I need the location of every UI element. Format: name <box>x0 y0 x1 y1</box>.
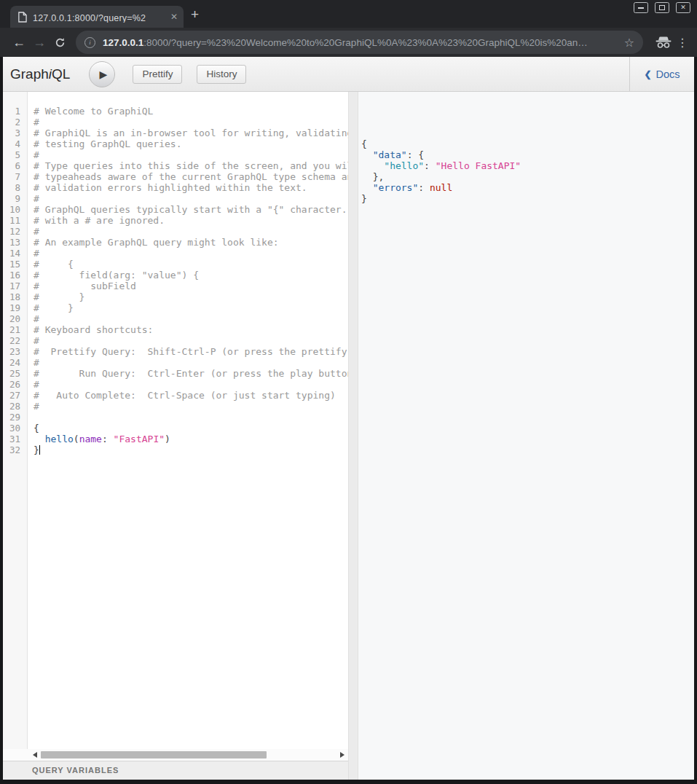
code-token: # GraphQL queries typically start with a… <box>34 204 348 215</box>
incognito-icon <box>655 36 672 49</box>
code-line: # <box>34 149 348 160</box>
execute-query-button[interactable]: ▶ <box>89 61 115 87</box>
result-pane: ▾ { "data": { "hello": "Hello FastAPI" }… <box>358 92 694 780</box>
tab-close-icon[interactable]: ✕ <box>170 12 178 22</box>
code-token: : <box>418 182 430 193</box>
line-number: 24 <box>3 357 27 368</box>
graphiql-toolbar: GraphiQL ▶ Prettify History ❮ Docs <box>3 57 694 92</box>
code-line: # <box>34 117 348 128</box>
browser-window: 127.0.0.1:8000/?query=%2 ✕ + ✕ ← → i 127… <box>0 0 697 784</box>
code-token: }, <box>373 171 385 182</box>
code-token: "hello" <box>384 160 424 171</box>
pane-divider[interactable] <box>348 92 358 780</box>
code-line: # field(arg: "value") { <box>34 270 348 281</box>
code-token: ) <box>165 434 170 444</box>
reload-icon <box>55 37 66 48</box>
code-token <box>361 160 384 171</box>
result-json: ▾ { "data": { "hello": "Hello FastAPI" }… <box>358 92 694 204</box>
code-token: # Auto Complete: Ctrl-Space (or just sta… <box>34 390 336 401</box>
code-token: name <box>79 434 102 444</box>
url-query: :8000/?query=%23%20Welcome%20to%20Graphi… <box>143 37 588 48</box>
prettify-button[interactable]: Prettify <box>133 65 182 84</box>
scrollbar-thumb[interactable] <box>41 751 267 758</box>
line-number: 27 <box>3 390 27 401</box>
code-token: "FastAPI" <box>114 434 165 444</box>
graphiql-logo: GraphiQL <box>10 66 70 82</box>
bookmark-star-icon[interactable]: ☆ <box>618 36 634 50</box>
docs-label: Docs <box>656 68 680 80</box>
code-token: # Prettify Query: Shift-Ctrl-P (or press… <box>34 346 348 357</box>
code-line: { <box>361 138 694 149</box>
maximize-button[interactable] <box>655 2 669 13</box>
horizontal-scrollbar[interactable] <box>3 749 348 761</box>
code-line: # Type queries into this side of the scr… <box>34 160 348 171</box>
close-icon: ✕ <box>680 4 686 11</box>
browser-tab[interactable]: 127.0.0.1:8000/?query=%2 ✕ <box>10 6 184 28</box>
forward-button[interactable]: → <box>29 32 50 52</box>
code-line: # <box>34 313 348 324</box>
line-number: 8 <box>3 182 27 193</box>
query-editor[interactable]: 1234567891011121314151617181920212223242… <box>3 92 348 749</box>
code-line: # Welcome to GraphiQL <box>34 106 348 117</box>
code-line: # } <box>34 291 348 302</box>
line-number: 21 <box>3 324 27 335</box>
code-token: : <box>424 160 436 171</box>
code-token: } <box>34 444 39 455</box>
code-token: # Welcome to GraphiQL <box>34 106 153 117</box>
code-line: # <box>34 401 348 412</box>
code-token: # field(arg: "value") { <box>34 270 199 281</box>
code-token: # } <box>34 291 84 302</box>
code-line: # { <box>34 259 348 270</box>
scroll-right-arrow-icon[interactable] <box>340 752 344 758</box>
query-editor-pane: 1234567891011121314151617181920212223242… <box>3 92 348 780</box>
code-token: ( <box>74 434 79 444</box>
site-info-icon[interactable]: i <box>84 37 95 48</box>
line-number: 17 <box>3 281 27 291</box>
url-field[interactable]: i 127.0.0.1:8000/?query=%23%20Welcome%20… <box>76 31 643 54</box>
line-number: 26 <box>3 379 27 390</box>
graphiql-app: GraphiQL ▶ Prettify History ❮ Docs 12345… <box>3 57 694 780</box>
minimize-button[interactable] <box>634 2 648 13</box>
code-line <box>34 412 348 423</box>
code-token: # <box>34 248 39 259</box>
code-line: # GraphQL queries typically start with a… <box>34 204 348 215</box>
query-variables-header[interactable]: QUERY VARIABLES <box>3 761 348 780</box>
line-number: 25 <box>3 368 27 379</box>
code-token: # testing GraphQL queries. <box>34 138 182 149</box>
line-number: 32 <box>3 444 27 455</box>
page-favicon-icon <box>17 12 27 23</box>
scroll-left-arrow-icon[interactable] <box>33 752 37 758</box>
code-token: { <box>34 423 39 434</box>
code-token: { <box>361 138 367 149</box>
code-token: # <box>34 117 39 128</box>
code-line: # validation errors highlighted within t… <box>34 182 348 193</box>
play-icon: ▶ <box>100 68 108 80</box>
docs-button[interactable]: ❮ Docs <box>629 57 694 91</box>
close-button[interactable]: ✕ <box>676 2 690 13</box>
window-controls: ✕ <box>634 2 690 13</box>
code-token: # GraphiQL is an in-browser tool for wri… <box>34 128 348 138</box>
code-line: # testing GraphQL queries. <box>34 138 348 149</box>
code-line: # Keyboard shortcuts: <box>34 324 348 335</box>
back-button[interactable]: ← <box>9 32 29 52</box>
line-number: 15 <box>3 259 27 270</box>
code-line: }, <box>361 171 694 182</box>
code-line: # Prettify Query: Shift-Ctrl-P (or press… <box>34 346 348 357</box>
code-line: # <box>34 248 348 259</box>
reload-button[interactable] <box>50 32 70 52</box>
line-number: 1 <box>3 106 27 117</box>
code-token: # Keyboard shortcuts: <box>34 324 153 335</box>
query-code: # Welcome to GraphiQL## GraphiQL is an i… <box>28 92 348 455</box>
history-button[interactable]: History <box>197 65 246 84</box>
code-line: # subField <box>34 281 348 291</box>
line-number: 3 <box>3 128 27 138</box>
browser-menu-button[interactable]: ⋮ <box>675 36 690 50</box>
code-token: hello <box>45 434 74 444</box>
tab-title-wrap: 127.0.0.1:8000/?query=%2 <box>33 11 168 23</box>
code-token: # Type queries into this side of the scr… <box>34 160 348 171</box>
code-token: # with a # are ignored. <box>34 215 165 226</box>
code-line: } <box>34 444 348 455</box>
code-token: "data" <box>373 149 407 160</box>
code-token <box>361 171 373 182</box>
new-tab-button[interactable]: + <box>191 7 199 21</box>
